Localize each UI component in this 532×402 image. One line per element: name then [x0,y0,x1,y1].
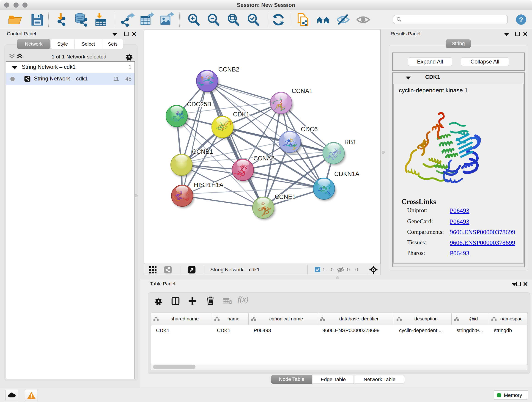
svg-text:CDC25B: CDC25B [187,101,211,108]
svg-text:CCNB1: CCNB1 [192,148,213,155]
svg-text:CDK1: CDK1 [233,111,249,118]
svg-text:RB1: RB1 [344,139,356,146]
svg-text:CCNB2: CCNB2 [218,66,239,73]
svg-text:CCNE1: CCNE1 [275,193,296,200]
svg-text:CCNA1: CCNA1 [292,88,313,95]
svg-text:CCNA2: CCNA2 [253,155,274,162]
svg-text:CDKN1A: CDKN1A [334,171,360,177]
svg-text:HIST1H1A: HIST1H1A [194,182,223,188]
svg-text:CDC6: CDC6 [301,126,318,133]
